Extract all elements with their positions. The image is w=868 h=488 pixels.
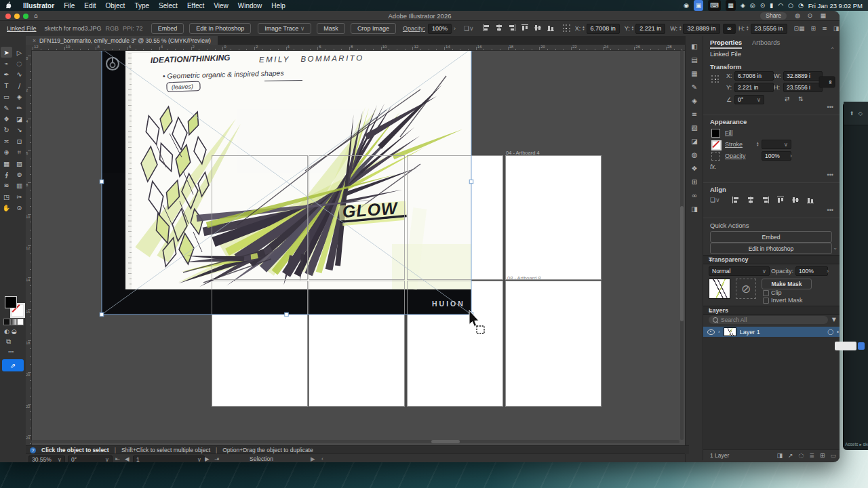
gradient-tool[interactable]: ▧ — [14, 158, 25, 169]
paintbrush-tool[interactable]: ✎ — [1, 102, 12, 113]
flip-vertical-icon[interactable]: ⇅ — [798, 96, 804, 102]
h-stepper[interactable]: ▲▼ — [746, 26, 749, 31]
symbols-panel-icon[interactable]: ◈ — [692, 97, 697, 104]
layer-name[interactable]: Layer 1 — [740, 329, 760, 336]
panel-align-bottom-icon[interactable] — [806, 196, 814, 205]
swatches-panel-icon[interactable]: ▦ — [691, 70, 697, 77]
asset-export-panel-icon[interactable]: ◨ — [691, 205, 697, 213]
apple-menu[interactable] — [0, 1, 18, 10]
zoom-tool[interactable]: ⊙ — [14, 202, 25, 213]
w-stepper[interactable]: ▲▼ — [679, 26, 682, 31]
doc-setup-icon[interactable]: ❏∨ — [464, 25, 474, 32]
keyboard-icon[interactable]: ⌨ — [708, 0, 721, 11]
share-icon[interactable]: ⬆ — [850, 110, 854, 117]
transparency-opacity-field[interactable]: 100% — [795, 266, 828, 276]
arrange-docs-icon[interactable]: ▦ — [820, 12, 826, 19]
menu-edit[interactable]: Edit — [79, 2, 100, 9]
mesh-tool[interactable]: ▦ — [1, 158, 12, 169]
menu-file[interactable]: File — [59, 2, 79, 9]
quick-action-edit-in-photoshop[interactable]: Edit in Photoshop — [710, 243, 832, 254]
align-to-dropdown[interactable]: ❏∨ — [710, 197, 720, 203]
transparency-panel-header[interactable]: Transparency≡ — [703, 255, 840, 264]
graphic-styles-panel-icon[interactable]: ❖ — [692, 165, 698, 172]
opacity-field[interactable]: 100% — [428, 24, 452, 34]
path-item[interactable]: Assets — [845, 442, 859, 447]
h-field[interactable]: 23.5556 in — [751, 24, 787, 34]
selection-tool[interactable]: ➤ — [1, 47, 12, 58]
document-tab[interactable]: × DFN119_bommarito, emily_module 3" @ 30… — [26, 36, 218, 45]
stroke-weight-field[interactable]: ∨ — [762, 140, 791, 149]
w-field[interactable]: 32.8889 in — [683, 24, 719, 34]
opacity-field-panel[interactable]: 100% — [762, 151, 791, 161]
width-tool[interactable]: ≍ — [1, 136, 12, 146]
status-expand-icon[interactable]: ▶ — [311, 455, 315, 462]
menubar-clock[interactable]: Fri Jan 23 9:02 PM — [808, 2, 863, 9]
object-thumbnail[interactable] — [709, 279, 730, 299]
canvas[interactable]: IDEATION/THINKING EMILY BOMMARITO • Geom… — [26, 45, 685, 445]
layer-target-icon[interactable]: ◯ — [827, 329, 833, 335]
search-icon[interactable]: ○ — [788, 0, 793, 11]
menu-effect[interactable]: Effect — [182, 2, 209, 9]
workspace-icon-2[interactable]: ⊞ — [811, 25, 816, 32]
layer-row[interactable]: › Layer 1 ◯ ▪ — [703, 327, 840, 337]
eyedropper-tool[interactable]: ∮ — [1, 169, 12, 180]
x-stepper[interactable]: ▲▼ — [582, 26, 585, 31]
fill-swatch-panel[interactable] — [711, 129, 720, 138]
edit-toolbar-dots[interactable]: ••• — [8, 348, 14, 354]
filter-icon[interactable]: ▼ — [832, 317, 836, 323]
transparency-panel-menu-icon[interactable]: ≡ — [709, 256, 836, 263]
menu-illustrator[interactable]: Illustrator — [18, 2, 59, 9]
align-hcenter-icon[interactable] — [495, 24, 503, 33]
menu-type[interactable]: Type — [130, 2, 154, 9]
align-left-icon[interactable] — [482, 24, 490, 33]
control-center-icon[interactable]: ◔ — [798, 0, 804, 11]
panel-scroll-down-icon[interactable]: ⌄ — [833, 245, 837, 251]
embed-button[interactable]: Embed — [151, 23, 184, 34]
rotation-field[interactable]: 0° ∨ — [734, 95, 764, 104]
free-transform-tool[interactable]: ⊡ — [14, 136, 25, 146]
vertical-scrollbar[interactable] — [680, 50, 684, 440]
opacity-label-panel[interactable]: Opacity — [725, 152, 746, 159]
vertical-ruler[interactable]: 024681012141618202224 — [26, 50, 32, 445]
make-clipping-mask-icon[interactable]: ◨ — [776, 452, 783, 459]
wifi-icon[interactable]: ◠ — [778, 0, 783, 11]
publish-icon[interactable]: ◍ — [795, 12, 800, 19]
type-tool[interactable]: T — [1, 80, 12, 91]
edit-in-photoshop-button[interactable]: Edit In Photoshop — [189, 23, 251, 34]
brushes-panel-icon[interactable]: ✎ — [692, 83, 697, 91]
tab-properties[interactable]: Properties — [710, 39, 742, 49]
selection-handle-7[interactable] — [469, 312, 473, 317]
constrain-wh-icon[interactable]: ∞ — [819, 76, 835, 87]
eraser-tool[interactable]: ◪ — [14, 113, 25, 124]
vertical-scrollbar-thumb[interactable] — [680, 206, 684, 321]
horizontal-scrollbar-thumb[interactable] — [431, 440, 460, 443]
artboard-tool[interactable]: ◳ — [1, 191, 12, 202]
lasso-tool[interactable]: ◌ — [14, 58, 25, 68]
bounding-box-icon[interactable]: ⊡ — [794, 25, 800, 32]
ruler-corner[interactable] — [26, 45, 31, 50]
quick-action-embed[interactable]: Embed — [710, 231, 832, 243]
share-button[interactable]: Share — [760, 12, 787, 20]
line-segment-tool[interactable]: ∕ — [14, 80, 25, 91]
horizontal-scrollbar[interactable] — [31, 440, 679, 443]
blend-tool[interactable]: ⊚ — [14, 169, 25, 180]
menu-window[interactable]: Window — [233, 2, 267, 9]
tag-icon[interactable]: ◇ — [859, 110, 863, 117]
y-field[interactable]: 2.221 in — [635, 24, 665, 34]
layer-expand-arrow[interactable]: › — [718, 329, 720, 335]
shape-builder-tool[interactable]: ⊕ — [1, 147, 12, 158]
image-trace-dropdown[interactable]: Image Trace ∨ — [258, 23, 311, 34]
fill-label[interactable]: Fill — [725, 129, 733, 136]
artboard-nav-field[interactable]: 1 ∨ — [133, 455, 205, 463]
locate-object-icon[interactable]: ◌ — [799, 452, 804, 459]
scale-tool[interactable]: ↘ — [14, 125, 25, 136]
align-right-icon[interactable] — [508, 24, 516, 33]
prev-artboard-icon[interactable]: ◀ — [125, 455, 130, 462]
panel-align-right-icon[interactable] — [762, 196, 770, 205]
align-vcenter-icon[interactable] — [534, 24, 542, 33]
appearance-panel-icon[interactable]: ◍ — [692, 151, 698, 159]
panel-scroll-up-icon[interactable]: ⌃ — [830, 47, 835, 53]
color-mode-color[interactable] — [3, 319, 10, 325]
fx-button[interactable]: fx. — [710, 163, 717, 170]
pen-tool[interactable]: ✒ — [1, 69, 12, 80]
